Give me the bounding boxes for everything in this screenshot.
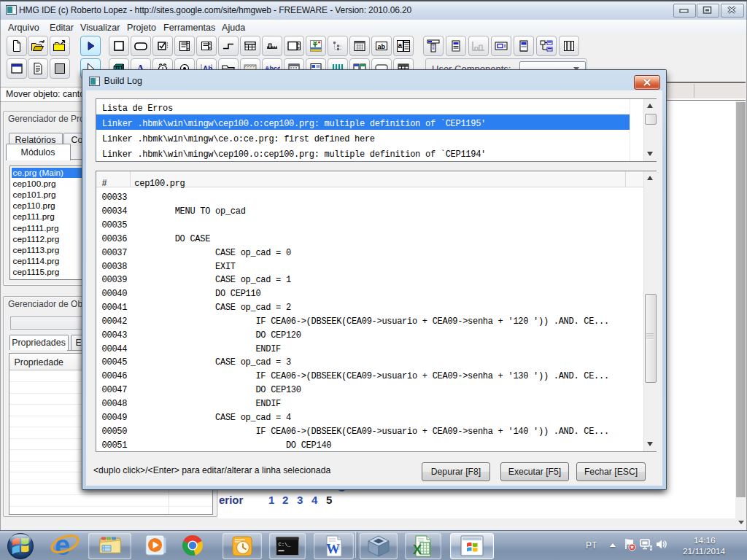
svg-text:a: a (398, 42, 403, 50)
svg-text:ab: ab (378, 43, 386, 50)
svg-text:X: X (413, 542, 422, 557)
svg-text:C:\_: C:\_ (279, 541, 292, 547)
